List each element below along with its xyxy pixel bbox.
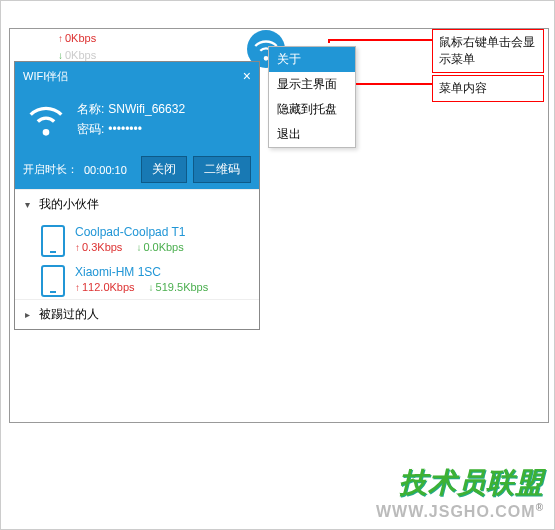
screenshot-frame: 0Kbps 0Kbps 关于 显示主界面 隐藏到托盘 退出 鼠标右键单击会显示菜… (9, 28, 549, 423)
brand-text: 技术员联盟 (376, 464, 544, 502)
device-upload: 0.3Kbps (75, 241, 122, 253)
annotation-menu-content: 菜单内容 (432, 75, 544, 102)
annotation-arrow (328, 39, 330, 43)
uptime-label: 开启时长： (23, 162, 78, 177)
app-window: WIFI伴侣 × 名称: SNWifi_66632 密码: •••••••• 开… (14, 61, 260, 330)
section-kicked[interactable]: 被踢过的人 (15, 299, 259, 329)
device-row: Xiaomi-HM 1SC 112.0Kbps 519.5Kbps (15, 259, 259, 299)
device-download: 0.0Kbps (136, 241, 183, 253)
name-label: 名称: (77, 99, 104, 119)
device-download: 519.5Kbps (149, 281, 209, 293)
tray-download-speed: 0Kbps (58, 49, 96, 61)
wifi-icon (25, 98, 67, 140)
name-value: SNWifi_66632 (108, 99, 185, 119)
footer-logo: 技术员联盟 WWW.JSGHO.COM® (376, 464, 544, 521)
app-title: WIFI伴侣 (23, 69, 68, 84)
close-icon[interactable]: × (243, 68, 251, 84)
menu-item-show-main[interactable]: 显示主界面 (269, 72, 355, 97)
device-row: Coolpad-Coolpad T1 0.3Kbps 0.0Kbps (15, 219, 259, 259)
app-info-panel: 名称: SNWifi_66632 密码: •••••••• (15, 90, 259, 150)
menu-item-about[interactable]: 关于 (269, 47, 355, 72)
annotation-line (356, 83, 432, 85)
device-name[interactable]: Xiaomi-HM 1SC (75, 265, 249, 279)
menu-item-exit[interactable]: 退出 (269, 122, 355, 147)
section-partners[interactable]: 我的小伙伴 (15, 189, 259, 219)
annotation-line (328, 39, 432, 41)
pwd-label: 密码: (77, 119, 104, 139)
qr-button[interactable]: 二维码 (193, 156, 251, 183)
phone-icon (41, 225, 65, 257)
info-fields: 名称: SNWifi_66632 密码: •••••••• (77, 99, 185, 140)
app-titlebar: WIFI伴侣 × (15, 62, 259, 90)
context-menu: 关于 显示主界面 隐藏到托盘 退出 (268, 46, 356, 148)
device-name[interactable]: Coolpad-Coolpad T1 (75, 225, 249, 239)
close-button[interactable]: 关闭 (141, 156, 187, 183)
app-toolbar: 开启时长： 00:00:10 关闭 二维码 (15, 150, 259, 189)
pwd-value: •••••••• (108, 119, 142, 139)
uptime-value: 00:00:10 (84, 164, 127, 176)
menu-item-hide-tray[interactable]: 隐藏到托盘 (269, 97, 355, 122)
device-upload: 112.0Kbps (75, 281, 135, 293)
tray-upload-speed: 0Kbps (58, 32, 96, 44)
brand-url: WWW.JSGHO.COM® (376, 502, 544, 521)
phone-icon (41, 265, 65, 297)
annotation-rightclick: 鼠标右键单击会显示菜单 (432, 29, 544, 73)
